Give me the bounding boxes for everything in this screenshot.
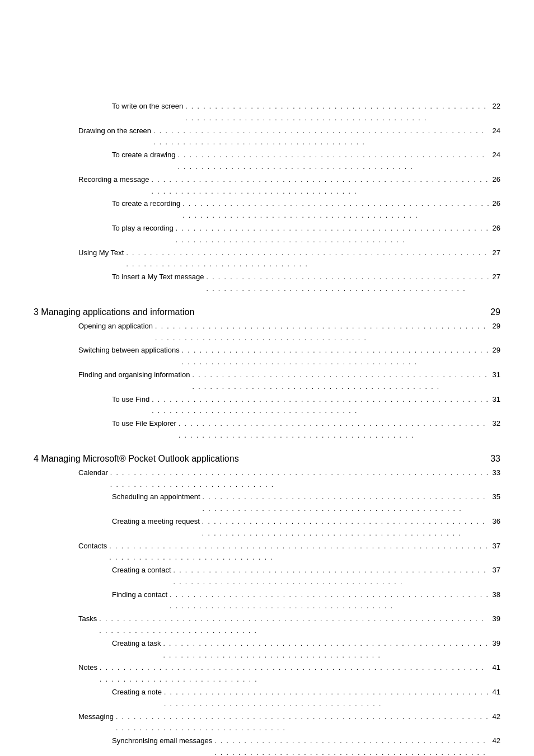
toc-entry-switching-applications: Switching between applications29 <box>34 345 500 368</box>
toc-entry-dots-notes <box>100 662 490 685</box>
toc-entry-notes: Notes41 <box>34 662 500 685</box>
toc-entry-finding-organising: Finding and organising information31 <box>34 369 500 393</box>
toc-entry-finding-contact: Finding a contact38 <box>34 589 500 613</box>
toc-entry-text-switching-applications: Switching between applications <box>78 345 180 356</box>
toc-entry-text-synchronising-email: Synchronising email messages <box>112 735 212 747</box>
chapter-title-chapter-3: 3 Managing applications and information <box>34 307 194 317</box>
toc-entry-synchronising-email: Synchronising email messages42 <box>34 735 500 756</box>
toc-entry-page-creating-task: 39 <box>493 638 500 650</box>
toc-entry-dots-opening-application <box>155 321 490 344</box>
toc-entry-text-tasks: Tasks <box>78 613 97 625</box>
toc-entry-opening-application: Opening an application29 <box>34 321 500 344</box>
toc-entry-dots-finding-organising <box>192 369 490 393</box>
toc-entry-page-create-recording: 26 <box>493 198 500 210</box>
chapter-num-chapter-4: 33 <box>490 454 500 464</box>
toc-entry-tasks: Tasks39 <box>34 613 500 637</box>
toc-entry-text-create-drawing: To create a drawing <box>112 149 175 161</box>
toc-entry-creating-task: Creating a task39 <box>34 638 500 661</box>
toc-entry-dots-recording-message <box>151 174 490 198</box>
toc-entry-text-notes: Notes <box>78 662 97 674</box>
toc-entry-calendar: Calendar33 <box>34 467 500 491</box>
page-content: To write on the screen22Drawing on the s… <box>34 34 500 756</box>
chapter-header-chapter-4: 4 Managing Microsoft® Pocket Outlook app… <box>34 454 500 464</box>
toc-entry-create-drawing: To create a drawing24 <box>34 149 500 173</box>
toc-entry-dots-messaging <box>116 711 490 735</box>
toc-entry-creating-contact: Creating a contact37 <box>34 565 500 588</box>
toc-entry-text-messaging: Messaging <box>78 711 114 723</box>
toc-entry-use-file-explorer: To use File Explorer32 <box>34 418 500 442</box>
toc-entry-messaging: Messaging42 <box>34 711 500 735</box>
toc-entry-page-messaging: 42 <box>493 711 500 723</box>
toc-entry-dots-calendar <box>110 467 490 491</box>
chapters-section: 3 Managing applications and information2… <box>34 307 500 756</box>
toc-entry-dots-create-drawing <box>177 149 490 173</box>
toc-entry-text-creating-meeting: Creating a meeting request <box>112 516 200 528</box>
toc-entry-page-use-find: 31 <box>493 394 500 406</box>
toc-entry-page-synchronising-email: 42 <box>493 735 500 747</box>
toc-entry-dots-switching-applications <box>182 345 490 368</box>
toc-entry-creating-note: Creating a note41 <box>34 687 500 710</box>
toc-entry-text-creating-contact: Creating a contact <box>112 565 171 576</box>
toc-entry-text-insert-my-text: To insert a My Text message <box>112 271 204 283</box>
toc-entry-dots-synchronising-email <box>214 735 490 756</box>
toc-entry-dots-scheduling-appointment <box>203 491 490 515</box>
toc-entry-text-recording-message: Recording a message <box>78 174 149 186</box>
toc-entry-dots-play-recording <box>176 223 490 246</box>
toc-entry-page-calendar: 33 <box>493 467 500 479</box>
toc-entry-drawing-on-screen: Drawing on the screen24 <box>34 125 500 149</box>
toc-entry-text-contacts: Contacts <box>78 541 107 552</box>
toc-entry-page-play-recording: 26 <box>493 223 500 234</box>
toc-entry-page-creating-contact: 37 <box>493 565 500 576</box>
toc-entry-page-tasks: 39 <box>493 613 500 625</box>
toc-entry-page-scheduling-appointment: 35 <box>493 491 500 503</box>
toc-entry-using-my-text: Using My Text27 <box>34 247 500 271</box>
toc-entry-dots-use-find <box>152 394 490 417</box>
toc-entry-dots-use-file-explorer <box>179 418 490 442</box>
toc-entry-text-drawing-on-screen: Drawing on the screen <box>78 125 151 137</box>
toc-entry-page-finding-contact: 38 <box>493 589 500 601</box>
toc-entry-page-use-file-explorer: 32 <box>493 418 500 430</box>
toc-entry-page-insert-my-text: 27 <box>493 271 500 283</box>
toc-entry-text-scheduling-appointment: Scheduling an appointment <box>112 491 200 503</box>
toc-entry-dots-creating-meeting <box>202 516 490 539</box>
toc-entry-text-opening-application: Opening an application <box>78 321 153 332</box>
toc-entry-dots-creating-task <box>163 638 490 661</box>
toc-entry-recording-message: Recording a message26 <box>34 174 500 198</box>
toc-entry-use-find: To use Find31 <box>34 394 500 417</box>
toc-entry-dots-tasks <box>99 613 490 637</box>
toc-entry-text-create-recording: To create a recording <box>112 198 180 210</box>
toc-entry-dots-using-my-text <box>126 247 490 271</box>
toc-entry-scheduling-appointment: Scheduling an appointment35 <box>34 491 500 515</box>
toc-entry-text-finding-organising: Finding and organising information <box>78 369 190 381</box>
toc-entry-page-finding-organising: 31 <box>493 369 500 381</box>
toc-entry-creating-meeting: Creating a meeting request36 <box>34 516 500 539</box>
toc-entry-page-notes: 41 <box>493 662 500 674</box>
toc-entry-page-drawing-on-screen: 24 <box>493 125 500 137</box>
toc-entry-page-write-on-screen: 22 <box>493 101 500 112</box>
toc-entry-page-contacts: 37 <box>493 541 500 552</box>
toc-entry-contacts: Contacts37 <box>34 541 500 564</box>
toc-entry-page-recording-message: 26 <box>493 174 500 186</box>
toc-entry-page-creating-meeting: 36 <box>493 516 500 528</box>
toc-entry-create-recording: To create a recording26 <box>34 198 500 222</box>
toc-entry-text-calendar: Calendar <box>78 467 108 479</box>
toc-entry-page-create-drawing: 24 <box>493 149 500 161</box>
toc-entry-dots-write-on-screen <box>185 101 490 124</box>
toc-entry-text-write-on-screen: To write on the screen <box>112 101 183 112</box>
toc-entry-dots-contacts <box>109 541 490 564</box>
toc-entry-write-on-screen: To write on the screen22 <box>34 101 500 124</box>
top-entries-section: To write on the screen22Drawing on the s… <box>34 101 500 295</box>
toc-entry-page-switching-applications: 29 <box>493 345 500 356</box>
chapter-num-chapter-3: 29 <box>490 307 500 317</box>
toc-entry-text-using-my-text: Using My Text <box>78 247 124 259</box>
toc-entry-play-recording: To play a recording26 <box>34 223 500 246</box>
toc-entry-page-using-my-text: 27 <box>493 247 500 259</box>
toc-entry-dots-create-recording <box>182 198 490 222</box>
chapter-header-chapter-3: 3 Managing applications and information2… <box>34 307 500 317</box>
toc-entry-page-opening-application: 29 <box>493 321 500 332</box>
toc-entry-text-use-file-explorer: To use File Explorer <box>112 418 176 430</box>
toc-entry-text-creating-task: Creating a task <box>112 638 161 650</box>
chapter-title-chapter-4: 4 Managing Microsoft® Pocket Outlook app… <box>34 454 239 464</box>
toc-entry-page-creating-note: 41 <box>493 687 500 698</box>
toc-entry-insert-my-text: To insert a My Text message27 <box>34 271 500 295</box>
